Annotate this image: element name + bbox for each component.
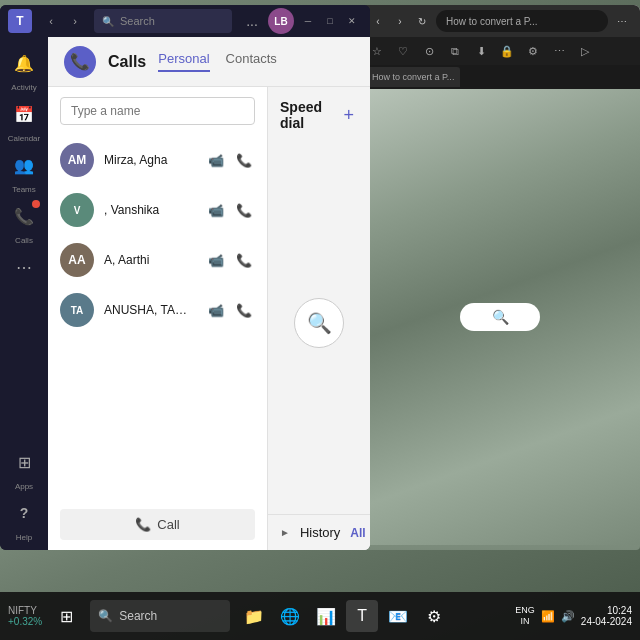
video-call-button[interactable]: 📹 xyxy=(205,149,227,171)
contact-name: A, Aarthi xyxy=(104,253,195,267)
sidebar-item-calls-label: Calls xyxy=(15,236,33,245)
taskbar-app-file-explorer[interactable]: 📁 xyxy=(238,600,270,632)
maximize-button[interactable]: □ xyxy=(320,11,340,31)
type-name-input[interactable] xyxy=(60,97,255,125)
browser-address-bar[interactable]: How to convert a P... xyxy=(436,10,608,32)
taskbar-app-edge[interactable]: 🌐 xyxy=(274,600,306,632)
contact-name: Mirza, Agha xyxy=(104,153,195,167)
heart-icon[interactable]: ♡ xyxy=(392,40,414,62)
contact-avatar: AM xyxy=(60,143,94,177)
sidebar-item-calls-wrap: 📞 Calls xyxy=(6,198,42,245)
refresh-icon[interactable]: ⊙ xyxy=(418,40,440,62)
tab-contacts[interactable]: Contacts xyxy=(226,51,277,72)
sidebar-item-more[interactable]: ⋯ xyxy=(6,249,42,285)
browser-content: 🔍 xyxy=(360,89,640,545)
sidebar-item-activity[interactable]: 🔔 xyxy=(6,45,42,81)
teams-main-content: 📞 Calls Personal Contacts AM Mirza, Agha xyxy=(48,37,370,550)
teams-logo: T xyxy=(8,9,32,33)
taskbar-search-box[interactable]: 🔍 Search xyxy=(90,600,230,632)
split-icon[interactable]: ⧉ xyxy=(444,40,466,62)
audio-call-button[interactable]: 📞 xyxy=(233,199,255,221)
lock-icon[interactable]: 🔒 xyxy=(496,40,518,62)
download-icon[interactable]: ⬇ xyxy=(470,40,492,62)
video-call-button[interactable]: 📹 xyxy=(205,199,227,221)
browser-toolbar: ☆ ♡ ⊙ ⧉ ⬇ 🔒 ⚙ ⋯ ▷ xyxy=(360,37,640,65)
sidebar-item-calendar-wrap: 📅 Calendar xyxy=(6,96,42,143)
contact-item[interactable]: TA ANUSHA, TANNER 📹 📞 xyxy=(48,285,267,335)
sidebar-item-help[interactable]: ? xyxy=(6,495,42,531)
contact-name: , Vanshika xyxy=(104,203,195,217)
contact-avatar: V xyxy=(60,193,94,227)
windows-start-button[interactable]: ⊞ xyxy=(50,600,82,632)
sidebar-item-apps-wrap: ⊞ Apps xyxy=(6,444,42,491)
more-icon[interactable]: ⋯ xyxy=(548,40,570,62)
contact-avatar: TA xyxy=(60,293,94,327)
calls-phone-icon: 📞 xyxy=(64,46,96,78)
user-avatar[interactable]: LB xyxy=(268,8,294,34)
play-icon[interactable]: ▷ xyxy=(574,40,596,62)
contact-actions: 📹 📞 xyxy=(205,149,255,171)
nifty-label: NIFTY xyxy=(8,605,37,616)
search-placeholder-text: Search xyxy=(120,15,155,27)
contact-item[interactable]: AA A, Aarthi 📹 📞 xyxy=(48,235,267,285)
taskbar-wifi-icon: 📶 xyxy=(541,610,555,623)
window-controls: ─ □ ✕ xyxy=(298,11,362,31)
audio-call-button[interactable]: 📞 xyxy=(233,249,255,271)
sidebar-item-more-wrap: ⋯ xyxy=(6,249,42,285)
taskbar-app-teams[interactable]: 📊 xyxy=(310,600,342,632)
taskbar-app-outlook[interactable]: 📧 xyxy=(382,600,414,632)
sidebar-item-activity-label: Activity xyxy=(11,83,36,92)
calls-tabs: Personal Contacts xyxy=(158,51,277,72)
back-button[interactable]: ‹ xyxy=(40,10,62,32)
browser-url-text: How to convert a P... xyxy=(446,16,538,27)
taskbar-lang: ENGIN xyxy=(515,605,535,627)
contact-item[interactable]: AM Mirza, Agha 📹 📞 xyxy=(48,135,267,185)
browser-tab[interactable]: How to convert a P... xyxy=(366,67,460,87)
taskbar-pinned-apps: 📁 🌐 📊 T 📧 ⚙ xyxy=(238,600,450,632)
video-call-button[interactable]: 📹 xyxy=(205,299,227,321)
taskbar-clock[interactable]: 10:24 24-04-2024 xyxy=(581,605,632,627)
sidebar-item-teams[interactable]: 👥 xyxy=(6,147,42,183)
teams-search-bar[interactable]: 🔍 Search xyxy=(94,9,232,33)
browser-back-button[interactable]: ‹ xyxy=(368,11,388,31)
browser-more-options-button[interactable]: ⋯ xyxy=(612,11,632,31)
sidebar-item-calendar[interactable]: 📅 xyxy=(6,96,42,132)
history-bar: ► History All Voic xyxy=(268,514,370,550)
sidebar-item-activity-wrap: 🔔 Activity xyxy=(6,45,42,92)
history-filter-all[interactable]: All xyxy=(350,526,365,540)
speed-dial-title: Speed dial xyxy=(280,99,339,131)
speed-dial-add-button[interactable]: + xyxy=(339,104,358,126)
teams-body: 🔔 Activity 📅 Calendar 👥 Teams 📞 Calls ⋯ xyxy=(0,37,370,550)
calls-notification-badge xyxy=(32,200,40,208)
minimize-button[interactable]: ─ xyxy=(298,11,318,31)
contact-avatar: AA xyxy=(60,243,94,277)
close-button[interactable]: ✕ xyxy=(342,11,362,31)
call-button[interactable]: 📞 Call xyxy=(60,509,255,540)
audio-call-button[interactable]: 📞 xyxy=(233,149,255,171)
calls-content: AM Mirza, Agha 📹 📞 V , Vanshika 📹 xyxy=(48,87,370,550)
taskbar-search-icon: 🔍 xyxy=(98,609,113,623)
taskbar-app-settings[interactable]: ⚙ xyxy=(418,600,450,632)
sidebar-item-apps[interactable]: ⊞ xyxy=(6,444,42,480)
contact-item[interactable]: V , Vanshika 📹 📞 xyxy=(48,185,267,235)
settings-icon[interactable]: ⚙ xyxy=(522,40,544,62)
sidebar-item-teams-label: Teams xyxy=(12,185,36,194)
tab-personal[interactable]: Personal xyxy=(158,51,209,72)
browser-refresh-button[interactable]: ↻ xyxy=(412,11,432,31)
browser-nav-controls: ‹ › ↻ xyxy=(368,11,432,31)
teams-nav-buttons: ‹ › xyxy=(40,10,86,32)
forward-button[interactable]: › xyxy=(64,10,86,32)
browser-window: ‹ › ↻ How to convert a P... ⋯ ☆ ♡ ⊙ ⧉ ⬇ … xyxy=(360,5,640,545)
browser-search-bar[interactable]: 🔍 xyxy=(460,303,540,331)
video-call-button[interactable]: 📹 xyxy=(205,249,227,271)
sidebar-item-calendar-label: Calendar xyxy=(8,134,40,143)
contacts-list: AM Mirza, Agha 📹 📞 V , Vanshika 📹 xyxy=(48,87,268,550)
teams-more-options-button[interactable]: ... xyxy=(240,9,264,33)
calls-title: Calls xyxy=(108,53,146,71)
browser-forward-button[interactable]: › xyxy=(390,11,410,31)
taskbar-app-excel[interactable]: T xyxy=(346,600,378,632)
sidebar-item-calls[interactable]: 📞 xyxy=(6,198,42,234)
audio-call-button[interactable]: 📞 xyxy=(233,299,255,321)
taskbar-system-tray: ENGIN 📶 🔊 10:24 24-04-2024 xyxy=(515,605,632,627)
calls-header: 📞 Calls Personal Contacts xyxy=(48,37,370,87)
